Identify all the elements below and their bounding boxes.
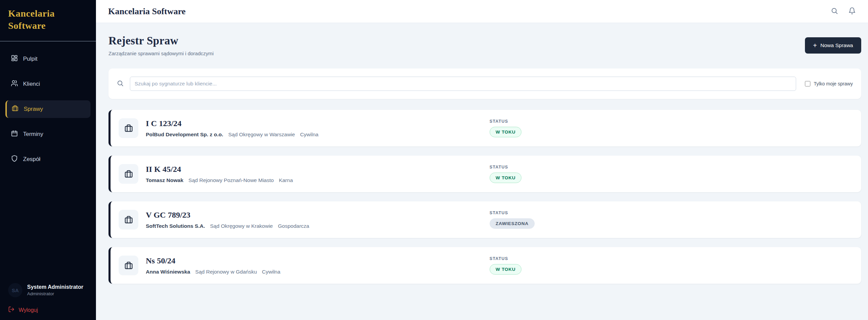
case-row-1[interactable]: I C 123/24 PolBud Development Sp. z o.o.… <box>108 110 861 146</box>
case-court: Sąd Rejonowy w Gdańsku <box>195 269 257 275</box>
case-row-4[interactable]: Ns 50/24 Anna Wiśniewska Sąd Rejonowy w … <box>108 247 861 284</box>
logo-line1: Kancelaria <box>8 7 88 20</box>
case-client: Tomasz Nowak <box>146 177 183 183</box>
sidebar-user-section: SA System Administrator Administrator Wy… <box>0 283 96 320</box>
logout-icon <box>8 306 15 314</box>
sidebar: Kancelaria Software Pulpit Klienci Spraw… <box>0 0 96 320</box>
status-label: STATUS <box>490 211 535 215</box>
case-court: Sąd Okręgowy w Krakowie <box>210 223 273 229</box>
notifications-button[interactable] <box>848 7 856 16</box>
user-name: System Administrator <box>27 284 83 290</box>
page-title: Rejestr Spraw <box>108 35 214 47</box>
briefcase-icon <box>119 256 138 275</box>
only-mine-filter[interactable]: Tylko moje sprawy <box>805 81 853 87</box>
clients-icon <box>11 80 18 88</box>
app-logo: Kancelaria Software <box>0 0 96 41</box>
avatar: SA <box>8 283 22 297</box>
case-row-2[interactable]: II K 45/24 Tomasz Nowak Sąd Rejonowy Poz… <box>108 156 861 192</box>
briefcase-icon <box>12 105 19 114</box>
status-badge: W TOKU <box>490 264 522 275</box>
case-court: Sąd Okręgowy w Warszawie <box>228 132 295 138</box>
sidebar-item-label: Pulpit <box>23 56 38 62</box>
case-type: Karna <box>279 177 293 183</box>
page-subtitle: Zarządzanie sprawami sądowymi i doradczy… <box>108 51 214 56</box>
case-client: PolBud Development Sp. z o.o. <box>146 132 223 138</box>
sidebar-item-pulpit[interactable]: Pulpit <box>5 50 91 68</box>
status-label: STATUS <box>490 165 522 169</box>
case-list: I C 123/24 PolBud Development Sp. z o.o.… <box>108 110 861 284</box>
top-header: Kancelaria Software <box>96 0 868 23</box>
only-mine-checkbox[interactable] <box>805 81 810 86</box>
briefcase-icon <box>119 164 138 184</box>
header-title: Kancelaria Software <box>108 6 185 17</box>
bell-icon <box>848 7 856 16</box>
sidebar-item-label: Zespół <box>23 156 40 163</box>
case-row-3[interactable]: V GC 789/23 SoftTech Solutions S.A. Sąd … <box>108 201 861 238</box>
only-mine-label: Tylko moje sprawy <box>814 81 853 87</box>
case-search-input[interactable] <box>130 77 796 91</box>
sidebar-item-label: Terminy <box>23 131 43 138</box>
status-badge: W TOKU <box>490 127 522 137</box>
briefcase-icon <box>119 118 138 138</box>
case-type: Gospodarcza <box>278 223 309 229</box>
logout-label: Wyloguj <box>19 307 38 313</box>
status-badge: ZAWIESZONA <box>490 218 535 229</box>
logout-button[interactable]: Wyloguj <box>8 306 88 314</box>
shield-icon <box>11 155 18 164</box>
new-case-button[interactable]: + Nowa Sprawa <box>805 37 861 54</box>
status-label: STATUS <box>490 256 522 261</box>
status-badge: W TOKU <box>490 173 522 183</box>
case-court: Sąd Rejonowy Poznań-Nowe Miasto <box>189 177 274 183</box>
briefcase-icon <box>119 210 138 229</box>
calendar-icon <box>11 130 18 139</box>
sidebar-item-label: Klienci <box>23 81 40 87</box>
main-area: Kancelaria Software Rejestr Spraw Zarząd… <box>96 0 868 320</box>
case-signature: Ns 50/24 <box>146 256 280 265</box>
case-signature: II K 45/24 <box>146 165 293 174</box>
sidebar-item-terminy[interactable]: Terminy <box>5 125 91 143</box>
sidebar-item-zespol[interactable]: Zespół <box>5 151 91 168</box>
case-client: Anna Wiśniewska <box>146 269 190 275</box>
sidebar-nav: Pulpit Klienci Sprawy Terminy Zespół <box>0 41 96 176</box>
status-label: STATUS <box>490 119 522 124</box>
case-type: Cywilna <box>300 132 318 138</box>
new-case-label: Nowa Sprawa <box>821 42 853 48</box>
case-signature: V GC 789/23 <box>146 211 309 220</box>
case-signature: I C 123/24 <box>146 119 318 128</box>
search-icon <box>117 80 124 88</box>
case-client: SoftTech Solutions S.A. <box>146 223 205 229</box>
plus-icon: + <box>813 42 817 49</box>
sidebar-item-sprawy[interactable]: Sprawy <box>5 100 91 118</box>
dashboard-icon <box>11 55 18 63</box>
logo-line2: Software <box>8 20 88 32</box>
page-content: Rejestr Spraw Zarządzanie sprawami sądow… <box>96 23 868 293</box>
sidebar-item-klienci[interactable]: Klienci <box>5 75 91 93</box>
user-role: Administrator <box>27 291 83 296</box>
search-icon-button[interactable] <box>831 7 838 16</box>
filter-bar: Tylko moje sprawy <box>108 68 861 99</box>
search-icon <box>831 7 838 16</box>
sidebar-item-label: Sprawy <box>24 106 43 113</box>
case-type: Cywilna <box>262 269 280 275</box>
